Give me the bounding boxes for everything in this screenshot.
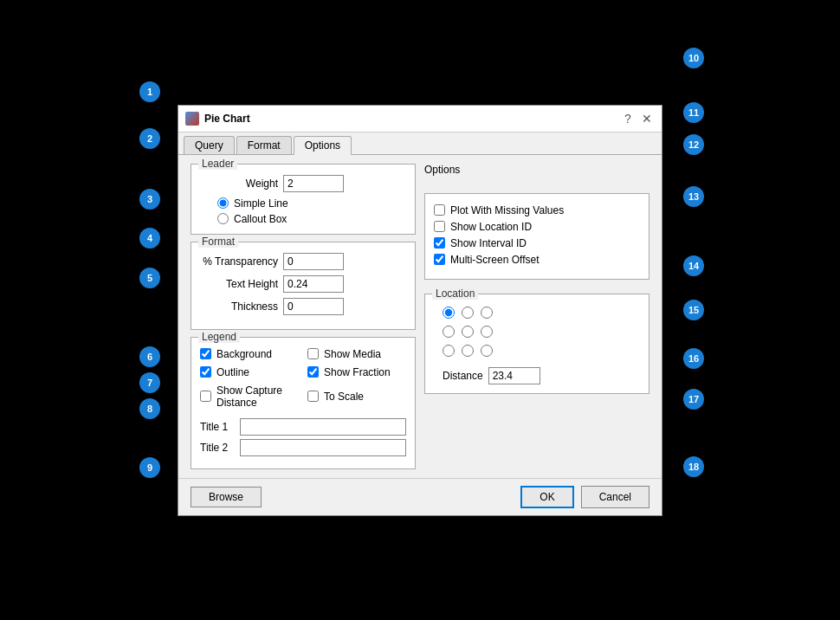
show-media-label: Show Media	[324, 348, 381, 360]
transparency-input[interactable]	[283, 253, 344, 270]
outline-checkbox[interactable]	[200, 366, 211, 378]
legend-checkboxes: Background Show Media Outline	[200, 348, 406, 413]
show-interval-label: Show Interval ID	[450, 237, 527, 249]
ok-button[interactable]: OK	[520, 486, 573, 508]
badge-1: 1	[139, 81, 160, 102]
badge-8: 8	[139, 398, 160, 419]
show-fraction-label: Show Fraction	[324, 366, 391, 378]
title1-label: Title 1	[200, 421, 235, 433]
show-location-checkbox[interactable]	[434, 221, 445, 232]
title2-input[interactable]	[240, 439, 406, 456]
transparency-label: % Transparency	[200, 255, 278, 268]
callout-box-radio[interactable]	[217, 213, 229, 224]
title1-row: Title 1	[200, 418, 406, 436]
tab-options[interactable]: Options	[294, 136, 352, 155]
text-height-input[interactable]	[283, 275, 344, 293]
show-fraction-row: Show Fraction	[307, 366, 406, 378]
location-group: Location	[424, 294, 649, 394]
loc-radio-top-right[interactable]	[481, 307, 493, 319]
multi-screen-checkbox[interactable]	[434, 254, 445, 265]
outline-label: Outline	[216, 366, 249, 378]
background-checkbox[interactable]	[200, 348, 211, 359]
tab-query[interactable]: Query	[184, 136, 235, 154]
thickness-input[interactable]	[283, 298, 344, 315]
legend-title: Legend	[198, 331, 240, 343]
pie-chart-dialog: Pie Chart ? ✕ Query Format Options Leade…	[178, 105, 662, 516]
loc-radio-bot-right[interactable]	[481, 345, 493, 357]
multi-screen-label: Multi-Screen Offset	[450, 254, 539, 266]
simple-line-radio[interactable]	[217, 197, 229, 209]
right-panel: Options Plot With Missing Values Show Lo…	[424, 164, 649, 469]
weight-row: Weight	[200, 175, 406, 192]
title1-input[interactable]	[240, 418, 406, 436]
to-scale-row: To Scale	[307, 384, 406, 409]
badge-13: 13	[683, 186, 704, 207]
badge-18: 18	[683, 456, 704, 477]
badge-6: 6	[139, 346, 160, 367]
badge-17: 17	[683, 389, 704, 410]
outline-row: Outline	[200, 366, 299, 378]
loc-radio-top-center[interactable]	[462, 307, 474, 319]
cancel-button[interactable]: Cancel	[581, 486, 649, 508]
weight-label: Weight	[200, 178, 278, 190]
dialog-footer: Browse OK Cancel	[178, 478, 662, 515]
format-title: Format	[198, 236, 238, 248]
plot-missing-checkbox[interactable]	[434, 204, 445, 216]
callout-box-label: Callout Box	[234, 213, 287, 225]
badge-9: 9	[139, 457, 160, 478]
simple-line-label: Simple Line	[234, 197, 288, 210]
title-bar: Pie Chart ? ✕	[178, 106, 662, 132]
text-height-row: Text Height	[200, 275, 406, 293]
title-bar-controls: ? ✕	[620, 111, 655, 126]
leader-title: Leader	[198, 158, 237, 170]
to-scale-label: To Scale	[324, 391, 364, 403]
badge-12: 12	[683, 134, 704, 155]
weight-input[interactable]	[283, 175, 344, 192]
show-fraction-checkbox[interactable]	[307, 366, 319, 378]
loc-radio-bot-center[interactable]	[462, 345, 474, 357]
distance-input[interactable]	[488, 367, 540, 384]
thickness-label: Thickness	[200, 300, 278, 313]
browse-button[interactable]: Browse	[191, 487, 262, 507]
distance-label: Distance	[443, 370, 483, 382]
show-capture-checkbox[interactable]	[200, 391, 211, 402]
show-media-row: Show Media	[307, 348, 406, 360]
badge-4: 4	[139, 228, 160, 249]
help-button[interactable]: ?	[620, 111, 636, 126]
leader-radio-group: Simple Line Callout Box	[217, 197, 406, 225]
badge-7: 7	[139, 372, 160, 393]
badge-3: 3	[139, 189, 160, 210]
options-section-label: Options	[424, 164, 460, 176]
left-panel: Leader Weight Simple Line	[191, 164, 416, 469]
thickness-row: Thickness	[200, 298, 406, 315]
tab-format[interactable]: Format	[236, 136, 292, 154]
plot-missing-label: Plot With Missing Values	[450, 204, 564, 216]
badge-10: 10	[683, 48, 704, 68]
loc-radio-top-left[interactable]	[443, 307, 455, 319]
badge-11: 11	[683, 102, 704, 123]
leader-group: Leader Weight Simple Line	[191, 164, 416, 235]
location-grid	[443, 307, 640, 362]
loc-radio-bot-left[interactable]	[443, 345, 455, 357]
legend-group: Legend Background Show Media	[191, 337, 416, 469]
close-button[interactable]: ✕	[639, 111, 655, 126]
loc-radio-mid-left[interactable]	[443, 326, 455, 338]
window-title: Pie Chart	[204, 113, 250, 125]
to-scale-checkbox[interactable]	[307, 391, 319, 402]
title2-row: Title 2	[200, 439, 406, 456]
options-group: Plot With Missing Values Show Location I…	[424, 193, 649, 280]
show-capture-label: Show Capture Distance	[216, 384, 299, 409]
background-row: Background	[200, 348, 299, 360]
loc-radio-mid-center[interactable]	[462, 326, 474, 338]
show-interval-checkbox[interactable]	[434, 237, 445, 249]
show-media-checkbox[interactable]	[307, 348, 319, 359]
title-bar-left: Pie Chart	[185, 112, 250, 126]
loc-radio-mid-right[interactable]	[481, 326, 493, 338]
format-group: Format % Transparency Text Height Thickn…	[191, 242, 416, 330]
tab-bar: Query Format Options	[178, 132, 662, 155]
callout-box-row: Callout Box	[217, 213, 406, 225]
transparency-row: % Transparency	[200, 253, 406, 270]
location-title: Location	[432, 287, 478, 300]
badge-15: 15	[683, 300, 704, 320]
title2-label: Title 2	[200, 442, 235, 454]
